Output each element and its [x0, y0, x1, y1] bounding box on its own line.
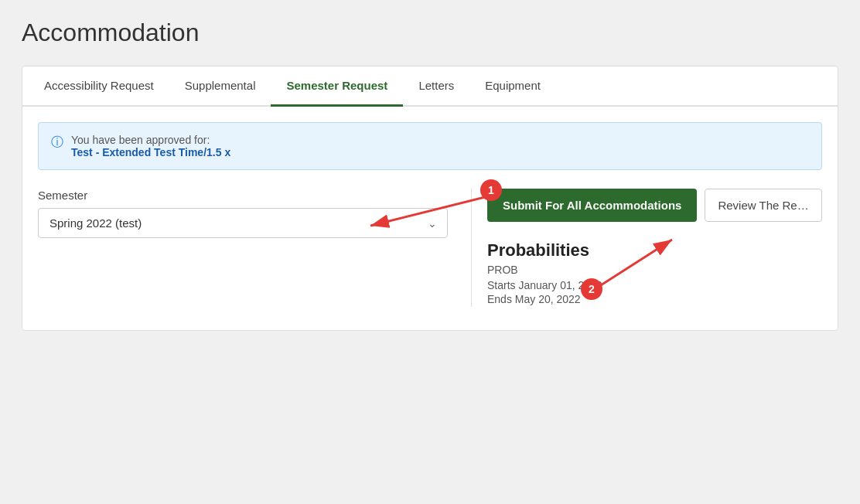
right-panel: Submit For All Accommodations Review The…	[471, 189, 822, 307]
main-card: Accessibility Request Supplemental Semes…	[22, 66, 838, 331]
page-container: Accommodation Accessibility Request Supp…	[0, 0, 860, 331]
tab-letters[interactable]: Letters	[403, 66, 469, 107]
tab-semester-request[interactable]: Semester Request	[271, 66, 403, 107]
course-end-date: Ends May 20, 2022	[487, 293, 822, 305]
review-button[interactable]: Review The Re…	[705, 189, 821, 222]
course-title: Probabilities	[487, 240, 822, 261]
tab-supplemental[interactable]: Supplemental	[169, 66, 271, 107]
info-banner-link[interactable]: Test - Extended Test Time/1.5 x	[71, 146, 230, 158]
course-start-date: Starts January 01, 2022	[487, 279, 822, 291]
buttons-row: Submit For All Accommodations Review The…	[487, 189, 822, 222]
tab-accessibility-request[interactable]: Accessibility Request	[29, 66, 169, 107]
page-title: Accommodation	[22, 19, 838, 47]
course-card: Probabilities PROB Starts January 01, 20…	[487, 240, 822, 305]
semester-label: Semester	[38, 189, 448, 202]
left-panel: Semester Spring 2022 (test) ⌄	[38, 189, 471, 307]
tab-bar: Accessibility Request Supplemental Semes…	[22, 66, 838, 107]
submit-all-accommodations-button[interactable]: Submit For All Accommodations	[487, 189, 697, 222]
info-banner-text: You have been approved for:	[71, 134, 230, 146]
content-area: Semester Spring 2022 (test) ⌄ Submit For…	[38, 189, 822, 307]
semester-select-wrapper: Spring 2022 (test) ⌄	[38, 208, 448, 238]
info-banner: ⓘ You have been approved for: Test - Ext…	[38, 122, 822, 170]
info-icon: ⓘ	[51, 135, 63, 151]
card-body: ⓘ You have been approved for: Test - Ext…	[22, 107, 838, 330]
course-code: PROB	[487, 264, 822, 276]
info-banner-content: You have been approved for: Test - Exten…	[71, 134, 230, 158]
semester-select[interactable]: Spring 2022 (test)	[38, 208, 448, 238]
tab-equipment[interactable]: Equipment	[469, 66, 556, 107]
